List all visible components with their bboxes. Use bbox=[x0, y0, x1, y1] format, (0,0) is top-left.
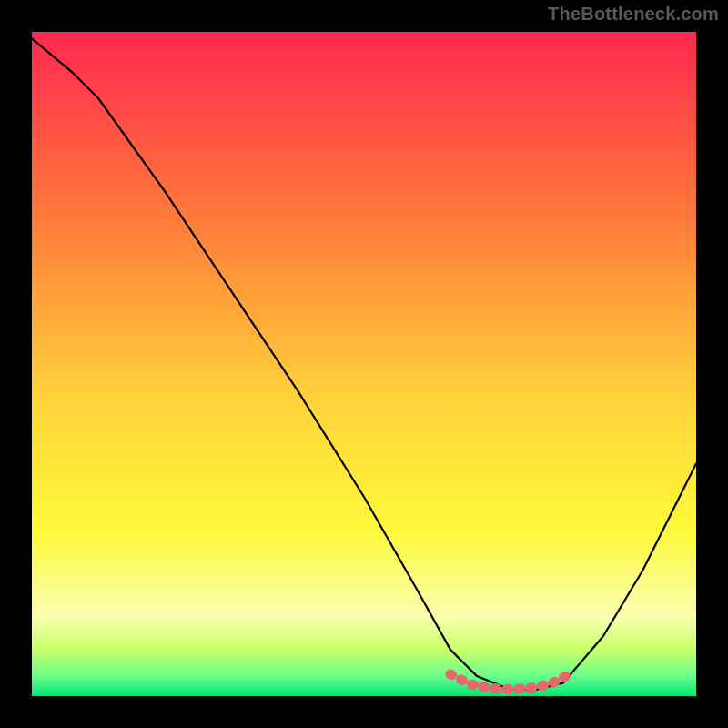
chart-stage: TheBottleneck.com bbox=[0, 0, 728, 728]
plot-area bbox=[32, 32, 696, 696]
watermark-text: TheBottleneck.com bbox=[548, 4, 719, 25]
bottleneck-chart bbox=[0, 0, 728, 728]
